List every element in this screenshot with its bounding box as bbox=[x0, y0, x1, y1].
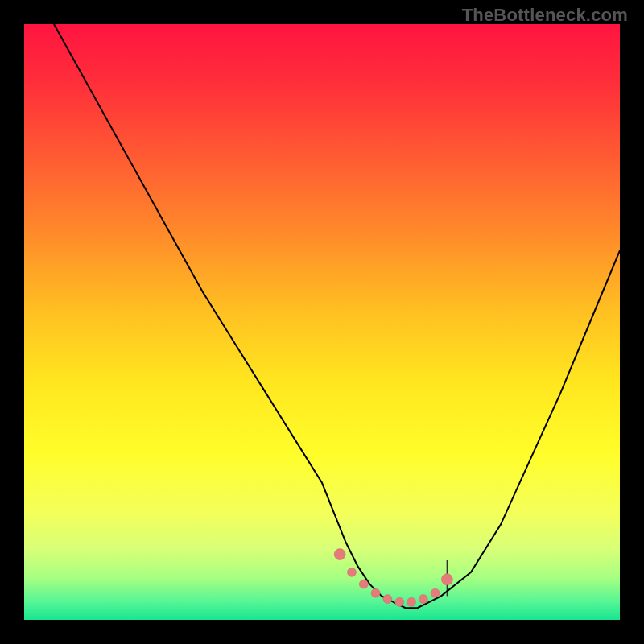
optimal-dot bbox=[419, 595, 427, 604]
optimal-dot bbox=[407, 597, 416, 606]
optimal-dot bbox=[334, 549, 345, 560]
gradient-background bbox=[24, 24, 620, 620]
plot-svg bbox=[24, 24, 620, 620]
chart-frame: TheBottleneck.com bbox=[0, 0, 644, 644]
optimal-dot bbox=[395, 597, 404, 606]
optimal-dot bbox=[383, 595, 392, 604]
optimal-dot bbox=[348, 568, 357, 576]
optimal-dot bbox=[359, 580, 368, 588]
watermark-text: TheBottleneck.com bbox=[462, 5, 628, 26]
optimal-dot bbox=[441, 574, 452, 585]
optimal-dot bbox=[431, 588, 440, 597]
plot-area bbox=[24, 24, 620, 620]
optimal-dot bbox=[371, 588, 380, 597]
